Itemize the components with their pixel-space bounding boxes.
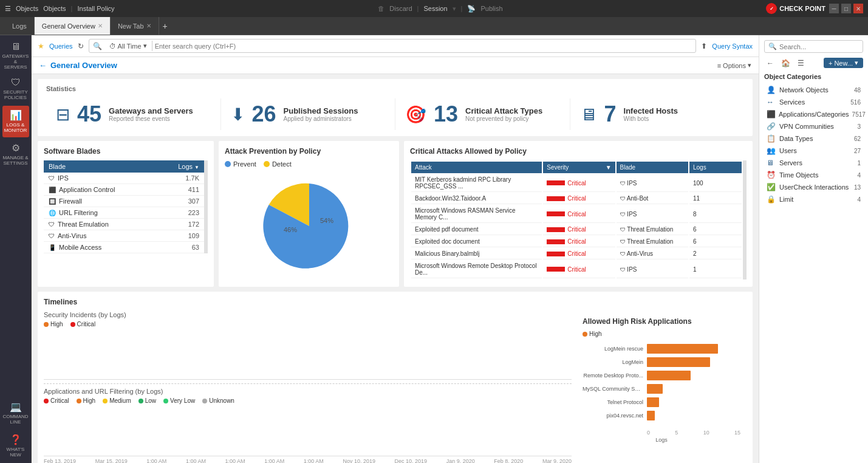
obj-cat-icon: 👤 [767, 86, 776, 94]
security-label: SECURITY POLICIES [2, 90, 29, 101]
queries-btn[interactable]: Queries [49, 43, 73, 50]
obj-category-row[interactable]: 🔒 Limit 4 [764, 193, 863, 205]
publish-btn[interactable]: Publish [480, 5, 502, 12]
time-filter-arrow: ▾ [143, 42, 147, 50]
timeline-x-label: Feb 8, 2020 [494, 458, 523, 463]
tab-general-overview[interactable]: General Overview ✕ [35, 17, 111, 35]
sidebar-item-whatsnew[interactable]: ❓ WHAT'S NEW [2, 430, 29, 462]
search-input[interactable] [155, 43, 692, 50]
bar-label: Telnet Protocol [583, 399, 643, 405]
discard-label[interactable]: Discard [389, 5, 412, 12]
top-bar-center: 🗑 Discard | Session ▾ | 📡 Publish [378, 5, 502, 13]
high-risk-title: Allowed High Risk Applications [583, 317, 740, 326]
obj-cat-name: Time Objects [779, 171, 854, 179]
attack-row[interactable]: Backdoor.Win32.Taidoor.A Critical 🛡 Anti… [411, 193, 742, 204]
new-object-btn[interactable]: + New... ▾ [824, 58, 863, 68]
session-btn[interactable]: Session [423, 5, 447, 12]
attack-row[interactable]: Exploited pdf document Critical 🛡 Threat… [411, 224, 742, 235]
attack-prevention-widget: Attack Prevention by Policy Prevent Dete… [219, 141, 399, 287]
new-arrow: ▾ [855, 59, 858, 67]
obj-cat-count: 1 [857, 160, 861, 166]
star-icon[interactable]: ★ [38, 42, 44, 50]
svg-text:54%: 54% [320, 217, 333, 224]
export-icon[interactable]: ⬆ [701, 42, 707, 50]
sw-blade-row[interactable]: 🔲 Firewall 307 [44, 196, 204, 207]
attacks-scrollbar[interactable] [743, 160, 747, 280]
nav-back-btn[interactable]: ← [764, 58, 776, 68]
infected-stat-number: 7 [604, 103, 617, 125]
col-logs-header: Logs [689, 162, 742, 173]
bar-fill [647, 411, 655, 420]
attack-severity: Critical [543, 249, 615, 259]
attack-severity: Critical [543, 205, 615, 223]
stat-infected: 🖥 7 Infected Hosts With bots [570, 98, 745, 130]
maximize-btn[interactable]: □ [841, 4, 851, 13]
obj-cat-name: Applications/Categories [779, 111, 849, 118]
blade-logs: 109 [163, 232, 199, 239]
tab-general-overview-close[interactable]: ✕ [98, 22, 103, 29]
time-filter[interactable]: ⏱ All Time ▾ [104, 41, 152, 51]
bar-label: LogMein [583, 359, 643, 365]
tab-add-btn[interactable]: + [159, 21, 171, 31]
app-critical-label: Critical [50, 397, 69, 404]
objects-label[interactable]: Objects [43, 5, 66, 12]
obj-category-row[interactable]: 👥 Users 27 [764, 145, 863, 157]
tab-logs[interactable]: Logs [5, 17, 35, 35]
attack-row[interactable]: Malicious Binary.balmblj Critical 🛡 Anti… [411, 249, 742, 259]
sidebar-item-gateways[interactable]: 🖥 GATEWAYS & SERVERS [2, 40, 29, 72]
sw-blade-row[interactable]: 🛡 Anti-Virus 109 [44, 230, 204, 242]
sw-blade-row[interactable]: 📱 Mobile Access 63 [44, 242, 204, 253]
page-header: ← General Overview ≡ Options ▾ [32, 57, 759, 74]
sort-arrow[interactable]: ▼ [194, 165, 199, 170]
timeline-x-label: 1:00 AM [304, 458, 324, 463]
sw-blade-row[interactable]: ⬛ Application Control 411 [44, 184, 204, 196]
obj-category-row[interactable]: ↔ Services 516 [764, 96, 863, 108]
refresh-icon[interactable]: ↻ [78, 42, 84, 50]
obj-category-row[interactable]: 👤 Network Objects 48 [764, 84, 863, 96]
sidebar-item-security[interactable]: 🛡 SECURITY POLICIES [2, 73, 29, 105]
tab-new-tab-close[interactable]: ✕ [146, 22, 151, 29]
sidebar-item-cmdline[interactable]: 💻 COMMAND LINE [2, 397, 29, 429]
obj-category-row[interactable]: 📋 Data Types 62 [764, 132, 863, 145]
attack-blade: 🛡 Anti-Virus [617, 249, 688, 259]
sidebar-item-manage[interactable]: ⚙ MANAGE & SETTINGS [2, 139, 29, 170]
obj-category-row[interactable]: ⬛ Applications/Categories 7517 [764, 108, 863, 120]
bar-label: Remote Desktop Proto... [583, 372, 643, 379]
gateways-stat-title: Gateways and Servers [109, 106, 193, 115]
sw-blade-row[interactable]: 🛡 IPS 1.7K [44, 173, 204, 184]
obj-category-row[interactable]: ⏰ Time Objects 4 [764, 169, 863, 181]
breadcrumb[interactable]: ← General Overview [39, 61, 117, 70]
nav-list-btn[interactable]: ☰ [795, 58, 807, 68]
bar-row: Remote Desktop Proto... [583, 371, 740, 380]
sidebar-item-logs[interactable]: 📊 LOGS & MONITOR [2, 106, 29, 137]
sw-blade-row[interactable]: 🛡 Threat Emulation 172 [44, 219, 204, 230]
sw-blades-scrollbar[interactable] [204, 160, 208, 253]
bar-row: LogMein rescue [583, 344, 740, 354]
main-layout: 🖥 GATEWAYS & SERVERS 🛡 SECURITY POLICIES… [0, 35, 868, 463]
tab-new-tab[interactable]: New Tab ✕ [111, 17, 159, 35]
timelines-section: Timelines Security Incidents (by Logs) H… [38, 292, 753, 463]
attack-row[interactable]: Microsoft Windows Remote Desktop Protoco… [411, 261, 742, 278]
close-btn[interactable]: ✕ [853, 4, 863, 13]
right-search-input[interactable] [779, 43, 859, 50]
sw-blade-row[interactable]: 🌐 URL Filtering 223 [44, 207, 204, 219]
obj-category-row[interactable]: 🖥 Servers 1 [764, 157, 863, 169]
timeline-x-label: 1:00 AM [186, 458, 206, 463]
severity-filter-icon[interactable]: ▼ [606, 164, 612, 171]
attack-row[interactable]: MIT Kerberos kadmind RPC Library RPCSEC_… [411, 174, 742, 192]
attack-row[interactable]: Exploited doc document Critical 🛡 Threat… [411, 236, 742, 247]
checkpoint-logo: ✓ CHECK POINT [766, 3, 825, 14]
nav-home-btn[interactable]: 🏠 [779, 58, 793, 68]
security-incidents-title: Security Incidents (by Logs) [44, 311, 572, 318]
install-policy-btn[interactable]: Install Policy [77, 5, 114, 12]
obj-category-row[interactable]: ✅ UserCheck Interactions 13 [764, 181, 863, 193]
app-menu-icon[interactable]: ☰ [5, 5, 11, 13]
minimize-btn[interactable]: ─ [829, 4, 839, 13]
options-btn[interactable]: ≡ Options ▾ [717, 61, 751, 69]
objects-menu[interactable]: Objects [16, 5, 38, 12]
critical-stat-subtitle: Not prevented by policy [465, 115, 542, 122]
attack-severity: Critical [543, 193, 615, 204]
attack-row[interactable]: Microsoft Windows RASMAN Service Memory … [411, 205, 742, 223]
query-syntax-link[interactable]: Query Syntax [712, 43, 753, 50]
obj-category-row[interactable]: 🔗 VPN Communities 3 [764, 120, 863, 132]
